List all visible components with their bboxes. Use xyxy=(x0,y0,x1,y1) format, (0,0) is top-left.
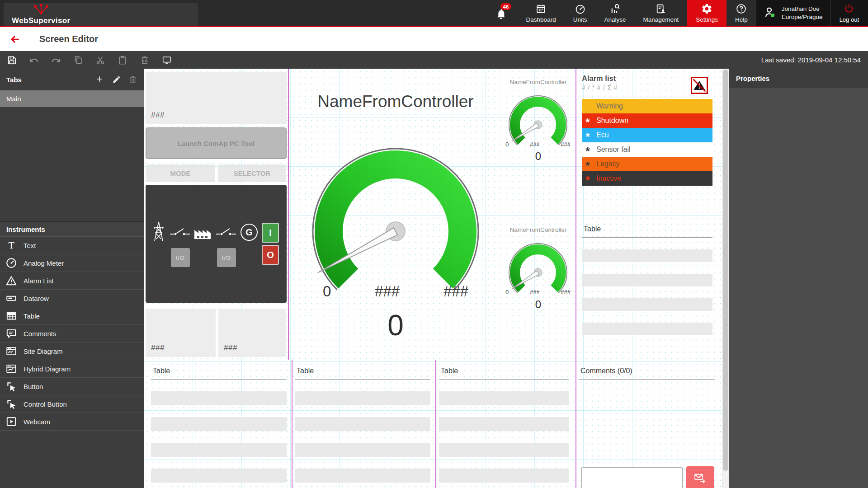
table-widget[interactable]: Table xyxy=(439,362,569,488)
alarm-reset-icon[interactable] xyxy=(691,77,708,94)
io-button[interactable]: I/O xyxy=(217,248,236,267)
cut-button[interactable] xyxy=(95,55,105,65)
instrument-button[interactable]: Button xyxy=(0,378,144,395)
instrument-webcam[interactable]: Webcam xyxy=(0,413,144,431)
save-button[interactable] xyxy=(7,55,17,65)
gauge-value: 0 xyxy=(501,150,576,163)
gauge-min-label: 0 xyxy=(505,289,509,296)
generator-icon: G xyxy=(241,224,258,241)
alarm-list-widget[interactable]: Alarm list # / * # / Σ # *Warning*Shutdo… xyxy=(582,74,712,186)
topbar: WebSupervisor 46 DashboardUnitsAnalyseMa… xyxy=(0,0,868,27)
alarm-label: Inactive xyxy=(596,174,621,183)
table-rows xyxy=(439,380,569,487)
start-button[interactable]: I xyxy=(262,223,279,243)
sidebar: Tabs Main Instruments TTextAnalog MeterA… xyxy=(0,69,144,488)
svg-text:T: T xyxy=(8,240,14,251)
alarm-label: Shutdown xyxy=(596,117,628,125)
back-button[interactable] xyxy=(0,33,30,45)
guide-line xyxy=(435,360,436,488)
text-widget-value: ### xyxy=(146,111,165,124)
buttonic-icon xyxy=(5,398,17,410)
mode-button[interactable]: MODE xyxy=(146,164,215,182)
paste-button[interactable] xyxy=(118,55,127,65)
logo-block[interactable]: WebSupervisor xyxy=(4,3,198,26)
divider xyxy=(30,27,30,51)
text-widget[interactable]: ### xyxy=(146,309,216,357)
alarm-star-icon: * xyxy=(582,135,594,139)
instrument-comments[interactable]: Comments xyxy=(0,325,144,343)
text-widget[interactable]: ### xyxy=(218,309,286,357)
text-widget[interactable]: ### xyxy=(146,72,287,124)
gauge-min-label: 0 xyxy=(323,283,331,300)
io-button[interactable]: I/O xyxy=(171,248,190,267)
units-icon xyxy=(575,3,586,14)
gauge-max-label: ### xyxy=(561,141,571,148)
instrument-control-button[interactable]: Control Button xyxy=(0,395,144,413)
nav-analyse[interactable]: Analyse xyxy=(595,0,634,26)
comment-input[interactable] xyxy=(581,467,683,488)
text-widget-value: ### xyxy=(218,343,237,357)
editor-canvas[interactable]: ### Launch ComAp PC Tool MODE SELECTOR xyxy=(144,69,722,488)
preview-button[interactable] xyxy=(162,55,172,65)
user-menu[interactable]: Jonathan Doe Europe/Prague xyxy=(756,0,830,26)
gauge-max-label: ### xyxy=(561,289,571,296)
instrument-hybrid-diagram[interactable]: Hybrid Diagram xyxy=(0,360,144,378)
sidebar-tab-main[interactable]: Main xyxy=(0,90,144,107)
alarm-star-icon: * xyxy=(582,120,594,125)
app-window: WebSupervisor 46 DashboardUnitsAnalyseMa… xyxy=(0,0,868,488)
site-diagram-widget[interactable]: G I I/O I/O O xyxy=(146,185,287,303)
stop-button[interactable]: O xyxy=(262,245,279,265)
send-comment-button[interactable] xyxy=(686,466,714,488)
copy-button[interactable] xyxy=(73,55,83,65)
tabs-panel-header: Tabs xyxy=(0,69,144,90)
alarm-star-icon: * xyxy=(582,164,594,168)
nav-management[interactable]: Management xyxy=(634,0,687,26)
properties-panel: Properties xyxy=(729,69,868,488)
vertical-scrollbar[interactable] xyxy=(722,69,729,488)
gauge-mid-label: ### xyxy=(530,141,540,148)
guide-line xyxy=(576,69,576,488)
table-widget[interactable]: Table xyxy=(582,221,712,337)
instrument-table[interactable]: Table xyxy=(0,307,144,325)
logout-button[interactable]: Log out xyxy=(830,0,868,26)
instrument-text[interactable]: TText xyxy=(0,237,144,254)
undo-button[interactable] xyxy=(29,55,39,65)
table-widget[interactable]: Table xyxy=(151,362,287,488)
delete-button[interactable] xyxy=(140,55,150,65)
nav-help[interactable]: Help xyxy=(726,0,756,26)
instrument-datarow[interactable]: Datarow xyxy=(0,290,144,307)
nav-units[interactable]: Units xyxy=(565,0,596,26)
table-widget[interactable]: Table xyxy=(295,362,430,488)
redo-button[interactable] xyxy=(51,55,61,65)
table-rows xyxy=(151,380,287,487)
add-tab-button[interactable] xyxy=(95,75,105,84)
instrument-analog-meter[interactable]: Analog Meter xyxy=(0,254,144,272)
webcam-icon xyxy=(5,416,17,427)
delete-tab-button[interactable] xyxy=(128,75,137,84)
nav-dashboard[interactable]: Dashboard xyxy=(518,0,565,26)
instrument-label: Hybrid Diagram xyxy=(24,365,71,373)
instrument-label: Datarow xyxy=(24,295,49,302)
selector-button[interactable]: SELECTOR xyxy=(218,164,286,182)
alarm-label: Sensor fail xyxy=(596,145,631,154)
edit-tab-button[interactable] xyxy=(112,75,121,84)
brand-molecule-icon xyxy=(32,4,51,16)
dashboard-icon xyxy=(535,3,547,14)
help-icon xyxy=(736,3,747,14)
nav-label: Dashboard xyxy=(526,16,556,23)
table-title: Table xyxy=(151,362,287,375)
instrument-alarm-list[interactable]: Alarm List xyxy=(0,272,144,290)
analog-meter-gauge[interactable] xyxy=(307,143,484,299)
scrollbar-thumb[interactable] xyxy=(723,70,728,471)
nav-settings[interactable]: Settings xyxy=(687,0,726,26)
comments-widget[interactable]: Comments (0/0) xyxy=(579,362,715,488)
table-title: Table xyxy=(582,221,712,233)
page-title: Screen Editor xyxy=(39,34,98,44)
launch-comap-pc-tool-button[interactable]: Launch ComAp PC Tool xyxy=(146,127,287,159)
management-icon xyxy=(655,3,666,14)
alarm-list-rows: *Warning*Shutdown*Ecu*Sensor fail*Legacy… xyxy=(582,99,712,186)
meter-icon xyxy=(5,257,17,269)
instrument-site-diagram[interactable]: Site Diagram xyxy=(0,343,144,360)
properties-header: Properties xyxy=(729,69,868,88)
notifications-button[interactable]: 46 xyxy=(484,0,518,26)
